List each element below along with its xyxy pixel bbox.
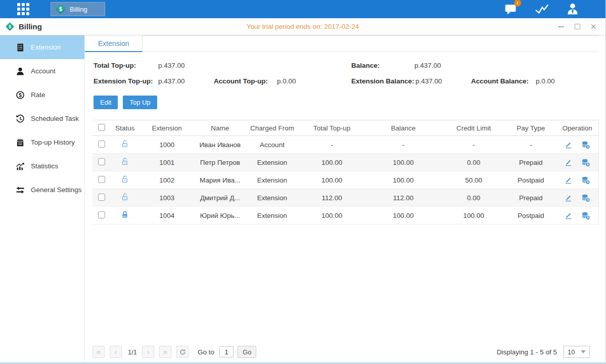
last-page-button[interactable]: »: [159, 346, 171, 358]
top-up-icon[interactable]: $: [581, 158, 591, 167]
page-info: 1/1: [128, 348, 137, 356]
row-checkbox[interactable]: [98, 211, 105, 218]
top-up-icon[interactable]: $: [581, 211, 591, 220]
column-name: Name: [195, 120, 245, 136]
ledger-icon: [16, 43, 25, 52]
edit-icon[interactable]: [564, 176, 573, 185]
table-header-row: Status Extension Name Charged From Total…: [92, 120, 599, 136]
sidebar-item-label: Statistics: [31, 162, 58, 170]
account-balance-label: Account Balance:: [471, 77, 536, 85]
messages-button[interactable]: !: [503, 2, 519, 17]
row-checkbox[interactable]: [98, 141, 105, 148]
cell-balance: 112.00: [365, 189, 442, 207]
transfer-arrows-icon: [16, 186, 25, 195]
row-checkbox[interactable]: [98, 158, 105, 165]
prev-page-button[interactable]: ‹: [110, 346, 122, 358]
statistics-button[interactable]: [534, 2, 549, 17]
cell-balance: 100.00: [365, 171, 442, 189]
cell-balance: 100.00: [365, 154, 442, 171]
cell-pay-type: Prepaid: [505, 189, 556, 207]
user-account-button[interactable]: [565, 2, 580, 17]
cell-name: Дмитрий Д...: [195, 189, 245, 207]
balance-value: p.437.00: [414, 62, 470, 69]
sidebar-item-label: Top-up History: [31, 139, 75, 146]
cell-extension: 1002: [139, 171, 195, 189]
edit-button[interactable]: Edit: [94, 96, 118, 109]
sidebar-item-general-settings[interactable]: General Settings: [0, 178, 84, 202]
row-checkbox[interactable]: [98, 176, 105, 183]
main-content: Extension Total Top-up: p.437.00 Balance…: [85, 35, 605, 362]
close-button[interactable]: ✕: [589, 23, 597, 31]
top-up-icon[interactable]: $: [581, 140, 591, 150]
tab-bar: Extension: [85, 35, 599, 52]
cell-pay-type: Postpaid: [505, 171, 556, 189]
line-chart-icon: [534, 2, 549, 16]
cell-charged-from: Extension: [245, 207, 299, 224]
edit-icon[interactable]: [564, 211, 573, 220]
extension-table: Status Extension Name Charged From Total…: [92, 120, 599, 224]
cell-total-topup: 112.00: [299, 189, 365, 207]
sidebar-item-scheduled-task[interactable]: Scheduled Task: [0, 107, 84, 130]
app-launcher-grid-icon[interactable]: [17, 3, 29, 15]
next-page-button[interactable]: ›: [142, 346, 154, 358]
sidebar-item-rate[interactable]: $ Rate: [0, 83, 84, 107]
goto-page-input[interactable]: [219, 346, 234, 357]
refresh-icon: [179, 349, 186, 355]
table-row: 1002 Мария Ива... Extension 100.00 100.0…: [92, 171, 599, 189]
app-tab-billing[interactable]: $ Billing: [51, 2, 105, 16]
sidebar-item-account[interactable]: Account: [0, 59, 84, 83]
notification-badge: !: [514, 0, 521, 7]
select-all-checkbox[interactable]: [98, 124, 105, 131]
cell-charged-from: Account: [245, 136, 299, 154]
cell-balance: -: [365, 136, 442, 154]
refresh-button[interactable]: [176, 346, 189, 358]
cell-credit-limit: 0.00: [442, 189, 505, 207]
sidebar-item-topup-history[interactable]: Top-up History: [0, 130, 84, 154]
cell-name: Мария Ива...: [195, 171, 245, 189]
extension-topup-value: p.437.00: [158, 77, 214, 85]
top-up-icon[interactable]: $: [581, 193, 591, 203]
tab-extension[interactable]: Extension: [85, 35, 143, 52]
cell-charged-from: Extension: [245, 154, 299, 171]
goto-label: Go to: [198, 348, 214, 356]
locked-status-icon: [120, 210, 129, 219]
column-extension: Extension: [139, 120, 195, 136]
cell-credit-limit: -: [442, 136, 505, 154]
sidebar-item-label: General Settings: [31, 186, 82, 194]
first-page-button[interactable]: «: [92, 346, 105, 358]
notepad-icon: [16, 138, 25, 147]
edit-icon[interactable]: [564, 194, 573, 202]
tab-bar-spacer: [143, 35, 599, 52]
row-checkbox[interactable]: [98, 194, 105, 201]
maximize-button[interactable]: [573, 23, 581, 31]
billing-diamond-icon: $: [55, 4, 66, 15]
extension-balance-value: p.437.00: [415, 77, 471, 85]
svg-text:$: $: [59, 6, 62, 12]
person-icon: [16, 67, 25, 76]
cell-balance: 100.00: [365, 207, 442, 224]
top-up-icon[interactable]: $: [581, 175, 591, 185]
cell-total-topup: -: [299, 136, 365, 154]
cell-credit-limit: 0.00: [442, 154, 505, 171]
sidebar-item-statistics[interactable]: Statistics: [0, 154, 84, 178]
svg-text:$: $: [19, 92, 22, 98]
svg-text:$: $: [9, 24, 11, 29]
edit-icon[interactable]: [564, 141, 573, 149]
page-title: Billing: [19, 22, 42, 31]
sidebar-item-extension[interactable]: Extension: [0, 35, 84, 59]
edit-icon[interactable]: [564, 158, 573, 167]
unlocked-status-icon: [120, 139, 129, 149]
go-button[interactable]: Go: [238, 346, 256, 358]
sidebar-item-label: Rate: [31, 91, 45, 99]
page-size-select[interactable]: 10: [564, 346, 590, 358]
clock-history-icon: [16, 114, 25, 123]
pagination-bar: « ‹ 1/1 › » Go to Go Displaying 1 - 5 of…: [92, 346, 599, 358]
extension-topup-label: Extension Top-up:: [94, 77, 158, 85]
column-balance: Balance: [365, 120, 442, 136]
minimize-button[interactable]: [557, 23, 565, 31]
chevron-down-icon: [581, 350, 586, 353]
top-up-button[interactable]: Top Up: [123, 96, 157, 109]
sidebar-item-label: Extension: [31, 43, 61, 51]
billing-app-window: $ Billing !: [0, 0, 606, 364]
cell-name: Петр Петров: [195, 154, 245, 171]
